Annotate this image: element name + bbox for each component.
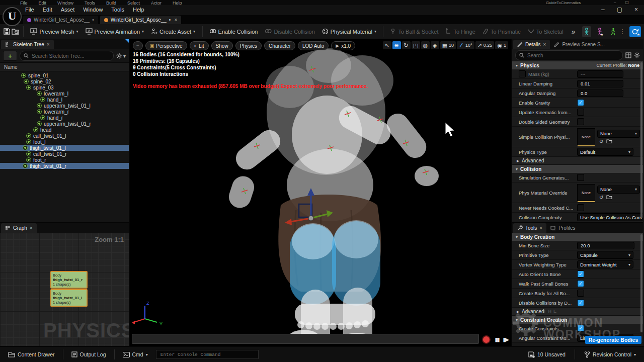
close-window-button[interactable]: × (634, 6, 638, 13)
minimize-button[interactable]: – (601, 6, 605, 13)
details-scrollbar[interactable] (640, 62, 642, 218)
menu-file[interactable]: File (25, 7, 34, 13)
menu-tools[interactable]: Tools (111, 7, 124, 13)
close-panel-icon[interactable]: × (30, 225, 33, 231)
menu-asset[interactable]: Asset (61, 7, 75, 13)
tree-item[interactable]: foot_l (0, 139, 129, 145)
physical-material-button[interactable]: Physical Material▾ (319, 26, 379, 38)
show-menu-button[interactable]: Show (211, 41, 233, 50)
double-sided-checkbox[interactable] (577, 118, 584, 125)
tree-item[interactable]: upperarm_twist_01_l (0, 103, 129, 109)
tools-advanced-expander[interactable]: ▸ Advanced (512, 308, 643, 316)
phys-material-dropdown[interactable]: None▾ (597, 186, 640, 194)
browse-icon[interactable] (606, 195, 612, 200)
cmd-selector-button[interactable]: Cmd ▾ (119, 349, 152, 360)
auto-orient-checkbox[interactable]: ✓ (577, 270, 584, 278)
mass-input[interactable]: --- (577, 70, 623, 78)
output-log-button[interactable]: Output Log (67, 349, 110, 360)
menu-help[interactable]: Help (133, 7, 144, 13)
console-command-box[interactable] (156, 350, 259, 359)
create-constraints-checkbox[interactable]: ✓ (577, 325, 584, 332)
tree-item-selected[interactable]: thigh_twist_01_r (0, 163, 129, 169)
bg-menu-window[interactable]: Window (57, 1, 73, 5)
skeletal-mesh-editor-button[interactable]: ★ (595, 26, 604, 37)
search-input[interactable] (526, 52, 619, 59)
preview-animation-button[interactable]: Preview Animation▾ (83, 26, 147, 38)
constraint-creation-header[interactable]: ▾ Constraint Creation (512, 316, 643, 324)
disable-collisions-checkbox[interactable]: ✓ (577, 299, 584, 306)
move-tool-button[interactable]: ⊕ (392, 41, 401, 49)
tree-item[interactable]: lowerarm_r (0, 109, 129, 115)
bg-menu-build[interactable]: Build (106, 1, 116, 5)
tab-profiles[interactable]: Profiles (546, 223, 579, 233)
tree-item[interactable]: foot_r (0, 157, 129, 163)
physics-menu-button[interactable]: Physics (235, 41, 262, 50)
enable-collision-button[interactable]: Enable Collision (206, 26, 261, 38)
use-selected-icon[interactable]: ↺ (599, 195, 603, 200)
unsaved-assets-button[interactable]: 10 Unsaved (524, 349, 570, 360)
scale-tool-button[interactable]: ◳ (412, 41, 420, 49)
bg-menu-file[interactable]: File (20, 1, 28, 5)
tree-settings-button[interactable]: ▾ (116, 53, 126, 59)
bg-menu-help[interactable]: Help (173, 1, 182, 5)
preview-mesh-button[interactable]: Preview Mesh▾ (27, 26, 81, 38)
tree-item[interactable]: calf_twist_01_l (0, 133, 129, 139)
close-tab-icon[interactable]: × (174, 17, 177, 23)
close-panel-icon[interactable]: × (543, 42, 546, 47)
to-prismatic-button[interactable]: To Prismatic (479, 26, 524, 38)
select-tool-button[interactable]: ↖ (383, 41, 391, 49)
animation-editor-button[interactable] (608, 26, 617, 37)
min-bone-size-input[interactable]: 20.0 (577, 242, 634, 249)
body-creation-header[interactable]: ▾ Body Creation (512, 233, 643, 241)
display-filter-icon[interactable] (625, 52, 631, 58)
physics-type-dropdown[interactable]: Default▾ (577, 148, 633, 156)
linear-damping-input[interactable]: 0.01 (577, 80, 623, 87)
collision-complexity-dropdown[interactable]: Use Simple Collision As Com▾ (577, 213, 643, 221)
tab-preview-scene-settings[interactable]: Preview Scene S... (550, 40, 608, 49)
tree-item[interactable]: lowerarm_l (0, 90, 129, 97)
bg-menu-actor[interactable]: Actor (151, 1, 162, 5)
asset-thumbnail[interactable]: None (577, 184, 595, 201)
mass-override-checkbox[interactable] (519, 70, 526, 77)
background-window-controls[interactable]: – ▢ (614, 0, 629, 5)
playback-speed-button[interactable]: ▶x1.0 (331, 41, 355, 50)
physics-editor-button-active[interactable]: ★ (629, 26, 641, 37)
enable-gravity-checkbox[interactable]: ✓ (577, 99, 584, 106)
record-button[interactable] (482, 335, 491, 344)
tree-item[interactable]: hand_l (0, 97, 129, 103)
scale-snap-control[interactable]: ↗0.25 (475, 41, 495, 49)
3d-viewport[interactable]: Y Z ≡ ▣Perspective ◐Lit Show Physics Cha… (130, 39, 511, 346)
tree-item[interactable]: spine_03 (0, 84, 129, 90)
create-body-all-checkbox[interactable] (577, 290, 584, 297)
use-selected-icon[interactable]: ↺ (599, 139, 603, 144)
details-search[interactable] (515, 50, 623, 60)
bg-menu-select[interactable]: Select (127, 1, 140, 5)
tab-tools[interactable]: Tools × (513, 223, 546, 233)
asset-tab-physics-asset[interactable]: WinterGirl_test_Apose__ • × (100, 16, 182, 24)
simple-collision-dropdown[interactable]: None▾ (597, 130, 640, 138)
bg-menu-edit[interactable]: Edit (39, 1, 47, 5)
to-ball-socket-button[interactable]: To Ball & Socket (387, 26, 441, 38)
regenerate-bodies-button[interactable]: Re-generate Bodies (585, 336, 641, 344)
graph-node-body[interactable]: Body thigh_twist_01_r 1 shape(s) (50, 271, 88, 289)
to-hinge-button[interactable]: To Hinge (442, 26, 478, 38)
viewport-options-button[interactable]: ≡ (133, 41, 143, 50)
never-cooked-checkbox[interactable] (577, 204, 584, 211)
tree-item[interactable]: head (0, 127, 129, 133)
physics-advanced-expander[interactable]: ▸ Advanced (512, 157, 643, 165)
angular-damping-input[interactable]: 0.0 (577, 89, 623, 97)
gear-icon[interactable] (634, 52, 640, 58)
browse-icon[interactable] (606, 139, 612, 144)
tree-item[interactable]: hand_r (0, 115, 129, 121)
tab-skeleton-tree[interactable]: Skeleton Tree × (1, 40, 54, 49)
toolbar-overflow-icon[interactable]: » (572, 28, 576, 36)
tree-column-header[interactable]: Name (0, 62, 129, 71)
close-panel-icon[interactable]: × (539, 225, 542, 231)
lit-mode-button[interactable]: ◐Lit (190, 41, 209, 50)
graph-node-body[interactable]: Body thigh_twist_01_l 1 shape(s) (50, 289, 88, 307)
world-local-toggle-button[interactable]: ◍ (421, 41, 430, 49)
tab-details[interactable]: Details × (513, 40, 550, 49)
vertex-weighting-dropdown[interactable]: Dominant Weight▾ (577, 260, 633, 268)
bg-maximize-icon[interactable]: ▢ (625, 0, 629, 5)
search-input[interactable] (31, 53, 110, 59)
